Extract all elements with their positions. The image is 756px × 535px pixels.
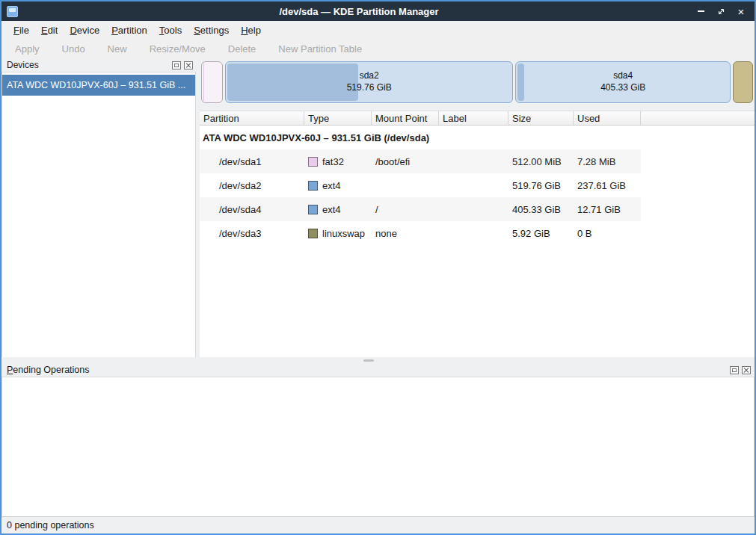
menu-help[interactable]: Help [235,23,267,37]
pending-operations-title: Pending Operations [7,365,727,375]
close-icon: × [738,7,745,16]
cell-used: 12.71 GiB [574,204,641,215]
cell-mount-point: / [372,204,439,215]
table-header: Partition Type Mount Point Label Size Us… [200,111,755,126]
resize-move-button[interactable]: Resize/Move [145,43,210,55]
segment-name: sda2 [347,70,392,82]
table-row-sda3[interactable]: /dev/sda3 linuxswap none 5.92 GiB 0 B [200,221,641,245]
devices-panel-header: Devices [1,58,196,72]
cell-partition: /dev/sda2 [200,180,304,191]
maximize-button[interactable] [716,6,726,16]
filesystem-name: ext4 [322,180,341,191]
used-space-overlay [227,64,358,101]
segment-size: 519.76 GiB [347,82,392,94]
menu-partition[interactable]: Partition [105,23,153,37]
pending-operations-list [1,377,755,516]
horizontal-splitter[interactable] [1,357,755,363]
close-button[interactable]: × [736,6,746,16]
cell-mount-point: /boot/efi [372,156,439,167]
table-row-sda2[interactable]: /dev/sda2 ext4 519.76 GiB 237.61 GiB [200,173,641,197]
cell-type: ext4 [304,204,372,215]
delete-button[interactable]: Delete [224,43,261,55]
menu-tools[interactable]: Tools [153,23,188,37]
cell-type: fat32 [304,156,372,167]
app-window: /dev/sda — KDE Partition Manager × File … [0,0,756,535]
cell-used: 7.28 MiB [574,156,641,167]
used-space-overlay [517,64,524,101]
cell-size: 519.76 GiB [508,180,574,191]
cell-size: 512.00 MiB [508,156,574,167]
filesystem-color-swatch [308,181,318,191]
window-title: /dev/sda — KDE Partition Manager [22,6,695,17]
segment-name: sda4 [600,70,645,82]
new-partition-table-button[interactable]: New Partition Table [274,43,366,55]
apply-button[interactable]: Apply [10,43,44,55]
statusbar-text: 0 pending operations [7,520,94,531]
partition-table: Partition Type Mount Point Label Size Us… [200,111,755,357]
cell-partition: /dev/sda4 [200,204,304,215]
window-controls: × [695,6,746,16]
minimize-icon [698,10,704,12]
cell-type: linuxswap [304,228,372,239]
titlebar: /dev/sda — KDE Partition Manager × [1,1,755,21]
partition-bar-area: sda2 519.76 GiB sda4 405.33 GiB [200,58,755,111]
devices-float-button[interactable] [172,61,181,69]
partition-segment-sda2[interactable]: sda2 519.76 GiB [225,61,513,103]
segment-size: 405.33 GiB [600,82,645,94]
devices-close-button[interactable] [184,61,193,69]
filesystem-color-swatch [308,229,318,238]
device-list-item-sda[interactable]: ATA WDC WD10JPVX-60J – 931.51 GiB ... [2,75,195,96]
cell-type: ext4 [304,180,372,191]
minimize-button[interactable] [695,6,706,16]
partition-bar: sda2 519.76 GiB sda4 405.33 GiB [201,61,753,103]
menu-file[interactable]: File [7,23,35,37]
filesystem-name: linuxswap [322,228,365,239]
partition-segment-sda1[interactable] [201,61,223,103]
cell-used: 0 B [574,228,641,239]
toolbar: Apply Undo New Resize/Move Delete New Pa… [1,39,755,58]
app-icon [7,6,18,17]
partition-segment-sda4[interactable]: sda4 405.33 GiB [515,61,731,103]
menu-edit[interactable]: Edit [35,23,64,37]
segment-caption: sda2 519.76 GiB [347,70,392,93]
splitter-grip [363,359,374,362]
statusbar: 0 pending operations [1,516,755,534]
cell-size: 405.33 GiB [508,204,574,215]
partition-segment-sda3[interactable] [733,61,753,103]
cell-used: 237.61 GiB [574,180,641,191]
menu-device[interactable]: Device [64,23,105,37]
pending-close-button[interactable] [742,366,751,374]
maximize-icon [717,7,725,16]
column-header-type[interactable]: Type [304,111,372,125]
column-header-mount-point[interactable]: Mount Point [372,111,439,125]
pending-float-button[interactable] [730,366,739,374]
main-area: Devices ATA WDC WD10JPVX-60J – 931.51 Gi… [1,58,755,357]
column-header-label[interactable]: Label [439,111,508,125]
filesystem-name: ext4 [322,204,341,215]
undo-button[interactable]: Undo [58,43,90,55]
menu-settings[interactable]: Settings [188,23,235,37]
device-group-row[interactable]: ATA WDC WD10JPVX-60J – 931.51 GiB (/dev/… [200,126,641,149]
device-list: ATA WDC WD10JPVX-60J – 931.51 GiB ... [1,72,196,357]
menubar: File Edit Device Partition Tools Setting… [1,21,755,39]
cell-partition: /dev/sda1 [200,156,304,167]
filesystem-color-swatch [308,205,318,214]
filesystem-color-swatch [308,157,318,167]
table-row-sda1[interactable]: /dev/sda1 fat32 /boot/efi 512.00 MiB 7.2… [200,149,641,173]
devices-panel-title: Devices [7,60,169,70]
cell-size: 5.92 GiB [508,228,574,239]
column-header-filler [641,111,755,125]
segment-caption: sda4 405.33 GiB [600,70,645,93]
column-header-partition[interactable]: Partition [200,111,304,125]
new-button[interactable]: New [103,43,132,55]
column-header-used[interactable]: Used [574,111,641,125]
filesystem-name: fat32 [322,156,344,167]
cell-mount-point: none [372,228,439,239]
devices-panel: Devices ATA WDC WD10JPVX-60J – 931.51 Gi… [1,58,196,357]
cell-partition: /dev/sda3 [200,228,304,239]
pending-operations-header: Pending Operations [1,363,755,377]
partition-view: sda2 519.76 GiB sda4 405.33 GiB [200,58,755,357]
table-row-sda4[interactable]: /dev/sda4 ext4 / 405.33 GiB 12.71 GiB [200,197,641,221]
column-header-size[interactable]: Size [508,111,574,125]
